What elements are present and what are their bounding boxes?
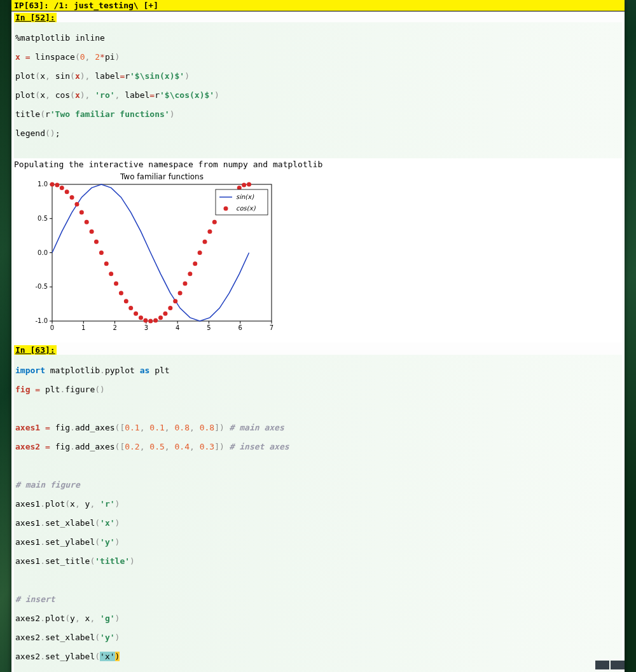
cell-63-code[interactable]: import matplotlib.pyplot as plt fig = pl… [14,355,622,672]
svg-text:4: 4 [176,324,179,331]
svg-point-47 [143,318,148,322]
svg-point-33 [74,202,79,207]
svg-text:Two familiar functions: Two familiar functions [120,172,204,181]
frame-titlebar: IP[63]: /1: just_testing\ [+] [11,0,625,11]
svg-text:0: 0 [50,324,54,331]
svg-text:7: 7 [270,324,273,331]
svg-point-58 [198,250,202,255]
svg-text:1: 1 [81,324,85,331]
svg-point-45 [134,312,138,316]
svg-text:1.0: 1.0 [38,181,48,188]
svg-point-68 [247,182,251,187]
svg-point-34 [80,210,84,215]
svg-point-67 [242,183,246,188]
svg-point-28 [50,182,55,187]
svg-point-60 [207,230,212,234]
svg-point-57 [193,261,197,266]
svg-point-61 [212,220,217,224]
svg-text:cos(x): cos(x) [236,205,256,212]
svg-point-53 [173,299,177,303]
svg-text:0.0: 0.0 [38,249,48,256]
svg-point-48 [148,319,153,324]
svg-point-29 [55,183,59,188]
svg-point-39 [104,261,109,266]
svg-text:6: 6 [238,324,242,331]
svg-point-44 [128,306,133,310]
svg-point-37 [94,240,99,244]
svg-text:3: 3 [144,324,148,331]
cell-52-prompt: In [52]: [14,13,57,22]
svg-text:0.5: 0.5 [38,215,48,222]
cell-63[interactable]: In [63]: import matplotlib.pyplot as plt… [11,344,625,672]
chart-two-familiar: Two familiar functions01234567-1.0-0.50.… [20,172,275,337]
tray-icon[interactable] [595,661,609,669]
svg-point-30 [60,186,64,190]
svg-point-38 [99,250,104,255]
svg-point-43 [124,299,128,303]
svg-point-42 [119,291,123,295]
svg-point-40 [109,271,113,276]
svg-point-36 [90,230,94,234]
svg-point-46 [139,315,143,320]
svg-text:-1.0: -1.0 [35,317,48,324]
svg-point-55 [183,281,187,285]
svg-text:sin(x): sin(x) [236,193,254,200]
svg-point-56 [188,271,192,276]
svg-point-35 [85,220,89,224]
svg-text:2: 2 [113,324,116,331]
cell-52-chart: Two familiar functions01234567-1.0-0.50.… [14,170,622,343]
svg-point-49 [153,318,158,322]
svg-point-50 [158,315,163,320]
svg-text:-0.5: -0.5 [35,283,48,290]
svg-point-54 [178,291,183,295]
svg-point-72 [224,207,228,211]
svg-point-31 [65,189,69,194]
emacs-frame: IP[63]: /1: just_testing\ [+] In [52]: %… [11,0,625,672]
cell-52-code[interactable]: %matplotlib inline x = linspace(0, 2*pi)… [14,22,622,158]
system-tray [595,661,625,669]
cell-63-prompt: In [63]: [14,345,57,355]
svg-point-32 [70,195,74,200]
cell-52-stdout: Populating the interactive namespace fro… [14,158,622,170]
svg-point-59 [203,240,207,244]
svg-text:5: 5 [207,324,211,331]
cell-52[interactable]: In [52]: %matplotlib inline x = linspace… [11,11,625,344]
svg-point-52 [168,306,172,310]
svg-point-41 [114,281,118,285]
tray-icon[interactable] [611,661,625,669]
svg-point-51 [163,312,167,316]
